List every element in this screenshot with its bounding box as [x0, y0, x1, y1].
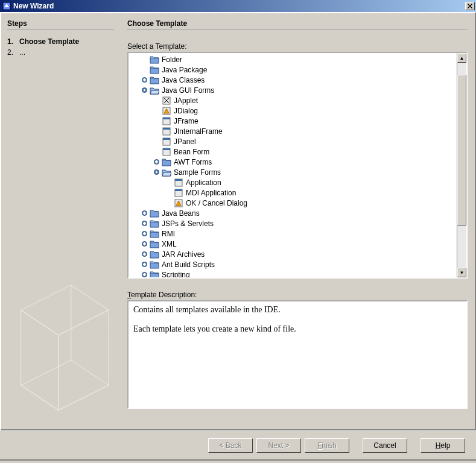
button-bar: < Back Next > Finish Cancel Help: [0, 430, 476, 461]
tree-node[interactable]: Java Classes: [130, 75, 455, 85]
tree-node[interactable]: JSPs & Servlets: [130, 218, 455, 228]
form-icon: [162, 147, 171, 157]
description-label: Template Description:: [127, 291, 468, 299]
folder-icon: [150, 75, 159, 85]
expand-icon[interactable]: [142, 210, 147, 216]
svg-rect-51: [143, 274, 146, 276]
form-icon: [162, 137, 171, 146]
titlebar: New Wizard: [0, 0, 476, 12]
tree-node-label: Java GUI Forms: [162, 86, 214, 95]
tree-node-label: MDI Application: [186, 189, 236, 197]
tree-node-label: AWT Forms: [174, 158, 212, 166]
help-button[interactable]: Help: [420, 438, 465, 453]
window-title: New Wizard: [13, 2, 54, 10]
template-tree-container: FolderJava PackageJava ClassesJava GUI F…: [127, 52, 468, 279]
step-item: 2....: [7, 47, 114, 58]
svg-rect-29: [175, 189, 182, 191]
expand-icon[interactable]: [154, 159, 159, 165]
folder-icon: [150, 219, 159, 228]
expand-icon[interactable]: [142, 251, 147, 257]
svg-rect-23: [155, 162, 158, 163]
tree-node-label: OK / Cancel Dialog: [186, 199, 247, 207]
warn-icon: [162, 106, 171, 116]
tree-node-label: JSPs & Servlets: [162, 219, 214, 228]
tree-node[interactable]: Java Package: [130, 65, 455, 75]
scroll-down-icon[interactable]: ▼: [457, 268, 466, 277]
folder-icon: [150, 250, 159, 259]
folder-icon: [150, 239, 159, 249]
form-icon: [162, 116, 171, 126]
finish-button[interactable]: Finish: [305, 438, 349, 453]
tree-node[interactable]: Sample Forms: [130, 167, 455, 177]
tree-node[interactable]: JInternalFrame: [130, 126, 455, 136]
close-button[interactable]: [465, 2, 475, 10]
tree-node-label: JApplet: [174, 96, 198, 105]
scrollbar[interactable]: ▲ ▼: [457, 53, 466, 277]
expand-icon[interactable]: [142, 77, 147, 83]
tree-node[interactable]: Folder: [130, 54, 455, 65]
folder-icon: [150, 229, 159, 239]
tree-node[interactable]: XML: [130, 239, 455, 249]
divider: [7, 29, 114, 30]
tree-node-label: Folder: [162, 55, 182, 64]
main-panel: Choose Template Select a Template: Folde…: [120, 13, 475, 429]
tree-node-label: Java Classes: [162, 76, 205, 84]
tree-node[interactable]: JPanel: [130, 136, 455, 146]
scroll-track[interactable]: [457, 63, 466, 268]
scroll-up-icon[interactable]: ▲: [457, 53, 466, 63]
tree-node[interactable]: Java GUI Forms: [130, 85, 455, 95]
applet-icon: [162, 96, 171, 106]
collapse-icon[interactable]: [154, 169, 159, 175]
expand-icon[interactable]: [142, 221, 147, 226]
expand-icon[interactable]: [142, 241, 147, 247]
svg-marker-3: [59, 310, 109, 410]
folder-icon: [150, 260, 159, 269]
tree-node-label: JInternalFrame: [174, 127, 223, 136]
svg-marker-1: [21, 285, 109, 335]
svg-rect-14: [163, 118, 170, 119]
tree-node[interactable]: JDialog: [130, 106, 455, 116]
tree-node[interactable]: Bean Form: [130, 146, 455, 157]
tree-node[interactable]: JAR Archives: [130, 249, 455, 259]
tree-node[interactable]: Application: [130, 177, 455, 187]
svg-marker-4: [21, 360, 109, 410]
folder-icon: [150, 270, 159, 278]
next-button[interactable]: Next >: [256, 438, 301, 453]
back-button[interactable]: < Back: [208, 438, 253, 453]
tree-node[interactable]: RMI: [130, 228, 455, 239]
template-tree[interactable]: FolderJava PackageJava ClassesJava GUI F…: [129, 53, 457, 277]
collapse-icon[interactable]: [142, 87, 147, 93]
description-text: Contains all templates available in the …: [127, 300, 468, 409]
cancel-button[interactable]: Cancel: [363, 438, 407, 453]
tree-node[interactable]: Scripting: [130, 269, 455, 277]
scroll-thumb[interactable]: [457, 75, 466, 225]
folder-icon: [150, 209, 159, 218]
tree-node[interactable]: Java Beans: [130, 208, 455, 218]
tree-node-label: Scripting: [162, 271, 190, 278]
tree-node-label: Java Beans: [162, 209, 200, 218]
form-icon: [162, 127, 171, 136]
tree-node[interactable]: AWT Forms: [130, 157, 455, 167]
expand-icon[interactable]: [142, 262, 147, 267]
tree-node[interactable]: Ant Build Scripts: [130, 259, 455, 269]
svg-rect-27: [175, 179, 182, 181]
tree-node[interactable]: OK / Cancel Dialog: [130, 198, 455, 208]
tree-node[interactable]: JApplet: [130, 95, 455, 106]
select-template-label: Select a Template:: [127, 42, 468, 51]
description-section: Template Description: Contains all templ…: [127, 291, 468, 409]
tree-node-label: JPanel: [174, 137, 196, 146]
page-title: Choose Template: [127, 19, 468, 28]
tree-node-label: RMI: [162, 230, 175, 238]
svg-rect-42: [143, 244, 146, 245]
tree-node[interactable]: JFrame: [130, 116, 455, 126]
step-item: 1.Choose Template: [7, 36, 114, 47]
tree-node[interactable]: MDI Application: [130, 187, 455, 198]
tree-node-label: Bean Form: [174, 148, 209, 156]
expand-icon[interactable]: [142, 272, 147, 277]
svg-rect-45: [143, 254, 146, 255]
folder-icon: [150, 65, 159, 75]
steps-list: 1.Choose Template2....: [7, 36, 114, 58]
expand-icon[interactable]: [142, 231, 147, 236]
svg-point-10: [144, 89, 145, 91]
tree-node-label: Ant Build Scripts: [162, 260, 215, 269]
